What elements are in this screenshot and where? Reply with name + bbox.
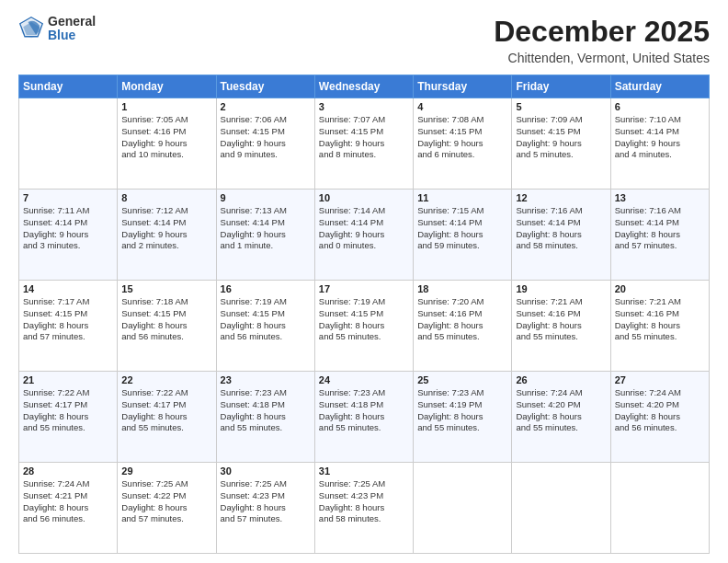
day-info: Sunrise: 7:22 AM xyxy=(121,387,211,399)
day-info: and 55 minutes. xyxy=(221,422,311,434)
day-info: and 2 minutes. xyxy=(121,240,211,252)
day-info: Daylight: 8 hours xyxy=(121,411,211,423)
table-row: 25Sunrise: 7:23 AMSunset: 4:19 PMDayligh… xyxy=(414,372,512,463)
table-row: 18Sunrise: 7:20 AMSunset: 4:16 PMDayligh… xyxy=(414,281,512,372)
table-row: 1Sunrise: 7:05 AMSunset: 4:16 PMDaylight… xyxy=(118,98,216,190)
table-row: 27Sunrise: 7:24 AMSunset: 4:20 PMDayligh… xyxy=(610,372,709,463)
day-info: Sunset: 4:15 PM xyxy=(516,126,606,138)
day-info: Daylight: 8 hours xyxy=(516,320,606,332)
day-info: and 1 minute. xyxy=(221,240,311,252)
day-number: 25 xyxy=(417,374,507,385)
day-info: Sunset: 4:20 PM xyxy=(516,399,606,411)
day-number: 6 xyxy=(615,101,705,112)
table-row: 5Sunrise: 7:09 AMSunset: 4:15 PMDaylight… xyxy=(512,98,610,190)
logo-icon xyxy=(18,16,44,41)
logo-blue-text: Blue xyxy=(48,29,96,42)
day-info: Sunrise: 7:09 AM xyxy=(516,114,606,126)
day-info: and 55 minutes. xyxy=(615,331,705,343)
day-info: Sunset: 4:15 PM xyxy=(417,126,507,138)
day-info: Daylight: 8 hours xyxy=(221,320,311,332)
table-row: 2Sunrise: 7:06 AMSunset: 4:15 PMDaylight… xyxy=(216,98,314,190)
day-info: Sunrise: 7:17 AM xyxy=(23,296,113,308)
day-info: Sunset: 4:15 PM xyxy=(319,308,409,320)
day-info: Sunrise: 7:06 AM xyxy=(221,114,311,126)
day-info: Daylight: 9 hours xyxy=(221,138,311,150)
day-info: Sunset: 4:15 PM xyxy=(121,308,211,320)
table-row: 6Sunrise: 7:10 AMSunset: 4:14 PMDaylight… xyxy=(610,98,709,190)
day-info: and 55 minutes. xyxy=(23,422,113,434)
table-row: 12Sunrise: 7:16 AMSunset: 4:14 PMDayligh… xyxy=(512,190,610,281)
header-saturday: Saturday xyxy=(610,75,709,98)
table-row: 4Sunrise: 7:08 AMSunset: 4:15 PMDaylight… xyxy=(414,98,512,190)
day-info: Sunset: 4:15 PM xyxy=(221,126,311,138)
logo: General Blue xyxy=(18,15,96,43)
day-info: Daylight: 9 hours xyxy=(121,229,211,241)
table-row: 10Sunrise: 7:14 AMSunset: 4:14 PMDayligh… xyxy=(314,190,413,281)
calendar-row: 28Sunrise: 7:24 AMSunset: 4:21 PMDayligh… xyxy=(19,463,710,554)
day-info: Sunrise: 7:13 AM xyxy=(221,205,311,217)
day-number: 17 xyxy=(319,283,409,294)
day-info: Daylight: 8 hours xyxy=(615,229,705,241)
day-info: Sunset: 4:14 PM xyxy=(417,217,507,229)
day-info: Sunrise: 7:21 AM xyxy=(516,296,606,308)
day-info: Sunrise: 7:25 AM xyxy=(121,478,211,490)
table-row: 11Sunrise: 7:15 AMSunset: 4:14 PMDayligh… xyxy=(414,190,512,281)
day-info: Daylight: 8 hours xyxy=(319,502,409,514)
day-number: 10 xyxy=(319,192,409,203)
day-info: Sunset: 4:23 PM xyxy=(319,490,409,502)
day-info: Daylight: 9 hours xyxy=(516,138,606,150)
table-row: 26Sunrise: 7:24 AMSunset: 4:20 PMDayligh… xyxy=(512,372,610,463)
table-row xyxy=(19,98,118,190)
day-number: 21 xyxy=(23,374,113,385)
day-info: and 4 minutes. xyxy=(615,149,705,161)
day-info: and 8 minutes. xyxy=(319,149,409,161)
day-number: 3 xyxy=(319,101,409,112)
table-row: 19Sunrise: 7:21 AMSunset: 4:16 PMDayligh… xyxy=(512,281,610,372)
table-row: 16Sunrise: 7:19 AMSunset: 4:15 PMDayligh… xyxy=(216,281,314,372)
day-info: Sunset: 4:16 PM xyxy=(417,308,507,320)
day-number: 14 xyxy=(23,283,113,294)
day-info: Sunset: 4:18 PM xyxy=(319,399,409,411)
day-info: Daylight: 8 hours xyxy=(417,411,507,423)
day-info: Sunset: 4:20 PM xyxy=(615,399,705,411)
calendar-row: 21Sunrise: 7:22 AMSunset: 4:17 PMDayligh… xyxy=(19,372,710,463)
day-info: Sunrise: 7:20 AM xyxy=(417,296,507,308)
day-number: 31 xyxy=(319,465,409,477)
day-number: 20 xyxy=(615,283,705,294)
day-info: and 0 minutes. xyxy=(319,240,409,252)
table-row: 15Sunrise: 7:18 AMSunset: 4:15 PMDayligh… xyxy=(118,281,216,372)
day-info: and 55 minutes. xyxy=(516,331,606,343)
day-info: Sunset: 4:15 PM xyxy=(319,126,409,138)
day-info: Sunset: 4:22 PM xyxy=(121,490,211,502)
day-number: 30 xyxy=(221,465,311,477)
header-thursday: Thursday xyxy=(414,75,512,98)
day-info: and 56 minutes. xyxy=(121,331,211,343)
day-info: Daylight: 8 hours xyxy=(319,320,409,332)
day-info: Sunrise: 7:18 AM xyxy=(121,296,211,308)
day-info: and 55 minutes. xyxy=(417,422,507,434)
day-info: Daylight: 9 hours xyxy=(319,229,409,241)
day-info: Sunrise: 7:15 AM xyxy=(417,205,507,217)
day-number: 26 xyxy=(516,374,606,385)
day-number: 5 xyxy=(516,101,606,112)
day-info: Sunset: 4:16 PM xyxy=(121,126,211,138)
table-row: 24Sunrise: 7:23 AMSunset: 4:18 PMDayligh… xyxy=(314,372,413,463)
page: General Blue December 2025 Chittenden, V… xyxy=(0,0,728,563)
day-info: Sunrise: 7:24 AM xyxy=(23,478,113,490)
day-info: Sunset: 4:18 PM xyxy=(221,399,311,411)
day-info: and 59 minutes. xyxy=(417,240,507,252)
table-row: 29Sunrise: 7:25 AMSunset: 4:22 PMDayligh… xyxy=(118,463,216,554)
table-row: 21Sunrise: 7:22 AMSunset: 4:17 PMDayligh… xyxy=(19,372,118,463)
logo-text: General Blue xyxy=(48,15,96,43)
day-number: 2 xyxy=(221,101,311,112)
day-number: 1 xyxy=(121,101,211,112)
day-info: and 58 minutes. xyxy=(516,240,606,252)
table-row: 14Sunrise: 7:17 AMSunset: 4:15 PMDayligh… xyxy=(19,281,118,372)
day-info: and 10 minutes. xyxy=(121,149,211,161)
table-row: 3Sunrise: 7:07 AMSunset: 4:15 PMDaylight… xyxy=(314,98,413,190)
table-row: 23Sunrise: 7:23 AMSunset: 4:18 PMDayligh… xyxy=(216,372,314,463)
table-row xyxy=(414,463,512,554)
day-number: 9 xyxy=(221,192,311,203)
day-info: Sunrise: 7:25 AM xyxy=(319,478,409,490)
day-info: Sunset: 4:14 PM xyxy=(121,217,211,229)
